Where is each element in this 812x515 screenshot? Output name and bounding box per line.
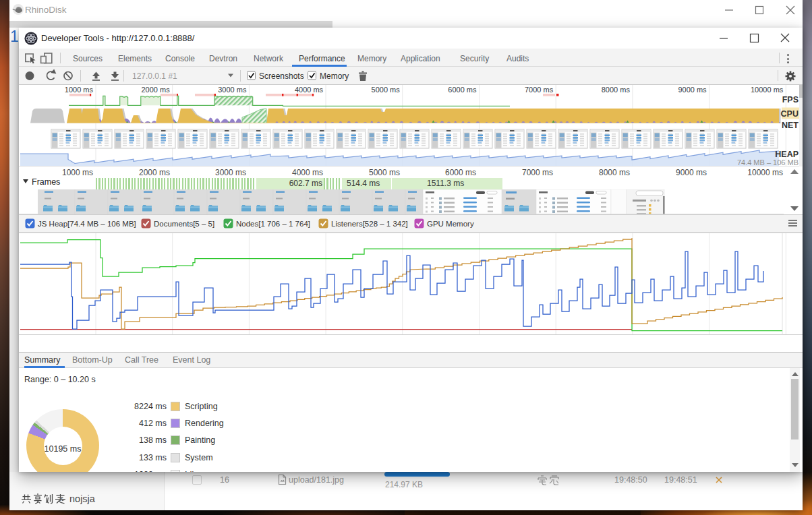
svg-text:NET: NET [782, 121, 799, 130]
svg-text:9000 ms: 9000 ms [678, 86, 707, 94]
svg-text:Screenshots: Screenshots [259, 71, 304, 81]
svg-text:HEAP: HEAP [775, 150, 799, 159]
svg-text:8000 ms: 8000 ms [602, 86, 631, 94]
svg-text:74.4 MB – 106 MB: 74.4 MB – 106 MB [737, 158, 799, 166]
svg-text:127.0.0.1 #1: 127.0.0.1 #1 [132, 71, 177, 81]
svg-text:10000 ms: 10000 ms [751, 86, 784, 94]
svg-text:1000 ms: 1000 ms [65, 86, 94, 94]
svg-text:FPS: FPS [782, 95, 799, 104]
svg-text:5000 ms: 5000 ms [372, 86, 401, 94]
svg-text:3000 ms: 3000 ms [218, 86, 247, 94]
svg-text:7000 ms: 7000 ms [525, 86, 554, 94]
svg-text:CPU: CPU [781, 109, 799, 119]
svg-text:4000 ms: 4000 ms [295, 86, 324, 94]
svg-text:Memory: Memory [320, 71, 349, 81]
svg-text:2000 ms: 2000 ms [141, 86, 170, 94]
svg-text:6000 ms: 6000 ms [448, 86, 477, 94]
